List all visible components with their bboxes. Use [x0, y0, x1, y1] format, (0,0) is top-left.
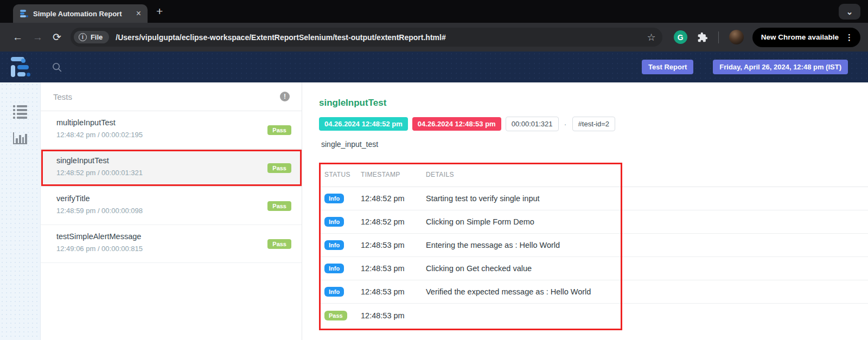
- log-timestamp: 12:48:53 pm: [361, 287, 426, 296]
- search-icon[interactable]: [51, 61, 63, 73]
- chrome-update-button[interactable]: New Chrome available ⋮: [752, 28, 860, 47]
- back-icon[interactable]: ←: [12, 31, 23, 43]
- forward-icon[interactable]: →: [33, 31, 43, 43]
- tests-panel-header: Tests !: [41, 82, 302, 111]
- log-row: Info 12:48:52 pm Clicking on Simple Form…: [319, 210, 868, 234]
- log-status-badge: Info: [324, 287, 344, 297]
- side-icon-rail: [0, 82, 41, 340]
- tests-view-icon[interactable]: [13, 105, 27, 120]
- log-details: Starting test to verify single input: [426, 194, 868, 203]
- tab-search-button[interactable]: ⌄: [839, 4, 860, 20]
- url-text: /Users/vipulgupta/eclipse-workspace/Exte…: [116, 33, 640, 42]
- tests-panel-title: Tests: [53, 92, 72, 101]
- toolbar-divider: [718, 31, 719, 43]
- close-tab-icon[interactable]: ×: [136, 9, 141, 18]
- log-status-badge: Info: [324, 194, 344, 203]
- address-bar[interactable]: i File /Users/vipulgupta/eclipse-workspa…: [71, 28, 662, 47]
- start-time-badge: 04.26.2024 12:48:52 pm: [319, 117, 408, 131]
- test-name: testSimpleAlertMessage: [56, 232, 291, 241]
- chrome-update-label: New Chrome available: [761, 33, 839, 41]
- profile-avatar[interactable]: [729, 30, 744, 44]
- log-row: Info 12:48:53 pm Entering the message as…: [319, 234, 868, 257]
- log-status-badge: Info: [324, 217, 344, 227]
- site-info-icon: i: [79, 33, 87, 41]
- log-timestamp: 12:48:53 pm: [361, 311, 426, 320]
- column-header-timestamp: TIMESTAMP: [361, 171, 426, 178]
- extensions-puzzle-icon[interactable]: [697, 32, 708, 43]
- status-badge: Pass: [267, 163, 291, 173]
- log-timestamp: 12:48:52 pm: [361, 194, 426, 203]
- log-status-badge: Info: [324, 264, 344, 273]
- log-details: Entering the message as : Hello World: [426, 241, 868, 249]
- file-chip-label: File: [91, 33, 103, 41]
- bookmark-star-icon[interactable]: ☆: [647, 31, 656, 43]
- test-name: multipleInputTest: [56, 118, 291, 127]
- log-table: STATUS TIMESTAMP DETAILS Info 12:48:52 p…: [319, 163, 868, 327]
- test-detail-title: singleInputTest: [319, 98, 868, 108]
- browser-window: Simple Automation Report × + ⌄ ← → ⟳ i F…: [0, 0, 868, 340]
- test-list-item[interactable]: testSimpleAlertMessage 12:49:06 pm / 00:…: [41, 225, 302, 263]
- report-datetime-badge: Friday, April 26, 2024, 12:48 pm (IST): [713, 60, 848, 74]
- log-table-header: STATUS TIMESTAMP DETAILS: [319, 163, 868, 187]
- tab-title: Simple Automation Report: [33, 10, 131, 18]
- dot-separator: ·: [564, 119, 567, 129]
- log-details: Clicking on Get checked value: [426, 264, 868, 273]
- log-status-badge: Pass: [324, 311, 347, 320]
- test-detail-panel: singleInputTest 04.26.2024 12:48:52 pm 0…: [302, 82, 868, 340]
- log-row: Info 12:48:53 pm Verified the expected m…: [319, 280, 868, 304]
- test-list-item-selected[interactable]: singleInputTest 12:48:52 pm / 00:00:01:3…: [41, 149, 302, 187]
- new-tab-button[interactable]: +: [156, 5, 163, 18]
- test-detail-badges: 04.26.2024 12:48:52 pm 04.26.2024 12:48:…: [319, 117, 868, 131]
- test-report-badge[interactable]: Test Report: [642, 60, 693, 74]
- report-header: Test Report Friday, April 26, 2024, 12:4…: [0, 52, 868, 82]
- test-id-badge: #test-id=2: [572, 117, 615, 131]
- log-row: Pass 12:48:53 pm: [319, 304, 868, 327]
- extent-logo: [11, 57, 31, 78]
- test-meta: 12:49:06 pm / 00:00:00:815: [56, 245, 291, 253]
- test-name: verifyTitle: [56, 194, 291, 203]
- extent-favicon: [20, 9, 28, 18]
- browser-toolbar: ← → ⟳ i File /Users/vipulgupta/eclipse-w…: [0, 23, 868, 52]
- more-menu-icon[interactable]: ⋮: [845, 33, 853, 42]
- test-name: singleInputTest: [56, 156, 291, 165]
- grammarly-extension-icon[interactable]: G: [674, 30, 687, 44]
- log-details: Verified the expected message as : Hello…: [426, 287, 868, 296]
- column-header-details: DETAILS: [426, 171, 868, 178]
- log-details: Clicking on Simple Form Demo: [426, 217, 868, 226]
- log-status-badge: Info: [324, 240, 344, 250]
- test-list-item[interactable]: verifyTitle 12:48:59 pm / 00:00:00:098 P…: [41, 187, 302, 225]
- log-timestamp: 12:48:52 pm: [361, 217, 426, 226]
- test-tag: single_input_test: [319, 140, 868, 149]
- reload-icon[interactable]: ⟳: [53, 31, 61, 43]
- status-filter-icon[interactable]: !: [280, 92, 290, 101]
- test-meta: 12:48:59 pm / 00:00:00:098: [56, 207, 291, 215]
- end-time-badge: 04.26.2024 12:48:53 pm: [412, 117, 501, 131]
- tests-panel: Tests ! multipleInputTest 12:48:42 pm / …: [41, 82, 302, 340]
- log-row: Info 12:48:52 pm Starting test to verify…: [319, 187, 868, 210]
- browser-tab[interactable]: Simple Automation Report ×: [13, 4, 148, 23]
- log-row: Info 12:48:53 pm Clicking on Get checked…: [319, 257, 868, 280]
- site-info-chip[interactable]: i File: [74, 31, 109, 43]
- test-meta: 12:48:42 pm / 00:00:02:195: [56, 131, 291, 139]
- log-timestamp: 12:48:53 pm: [361, 264, 426, 273]
- test-meta: 12:48:52 pm / 00:00:01:321: [56, 169, 291, 177]
- status-badge: Pass: [267, 239, 291, 249]
- duration-badge: 00:00:01:321: [506, 117, 559, 131]
- status-badge: Pass: [267, 125, 291, 135]
- column-header-status: STATUS: [319, 171, 361, 178]
- test-list-item[interactable]: multipleInputTest 12:48:42 pm / 00:00:02…: [41, 111, 302, 149]
- log-timestamp: 12:48:53 pm: [361, 241, 426, 249]
- status-badge: Pass: [267, 201, 291, 211]
- tab-strip: Simple Automation Report × + ⌄: [0, 0, 868, 23]
- dashboard-chart-icon[interactable]: [13, 132, 27, 144]
